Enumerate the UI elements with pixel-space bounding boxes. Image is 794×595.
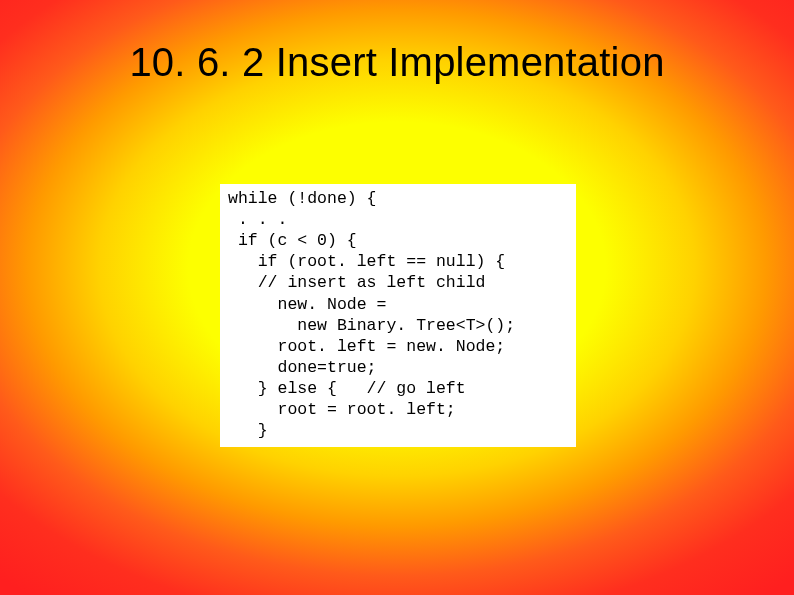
code-snippet: while (!done) { . . . if (c < 0) { if (r…: [220, 184, 576, 447]
slide: 10. 6. 2 Insert Implementation while (!d…: [0, 0, 794, 595]
slide-title: 10. 6. 2 Insert Implementation: [0, 40, 794, 85]
